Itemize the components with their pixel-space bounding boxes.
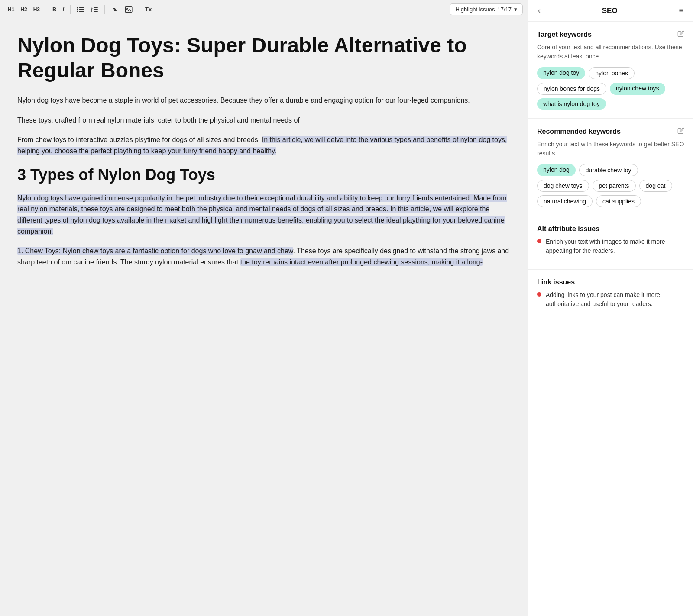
highlight-count: 17/17 — [497, 6, 512, 13]
paragraph-2: These toys, crafted from real nylon mate… — [17, 115, 511, 126]
link-button[interactable] — [108, 5, 121, 14]
paragraph-3-plain: From chew toys to interactive puzzles pl… — [17, 136, 262, 143]
link-issues-title: Link issues — [537, 278, 575, 286]
keyword-tag[interactable]: pet parents — [593, 180, 636, 192]
link-icon — [111, 6, 119, 13]
recommended-keywords-desc: Enrich your text with these keywords to … — [537, 140, 684, 158]
svg-point-2 — [77, 9, 78, 10]
unordered-list-button[interactable] — [74, 5, 87, 14]
editor-content[interactable]: Nylon Dog Toys: Super Durable Alternativ… — [0, 19, 528, 616]
paragraph-4-highlight: Nylon dog toys have gained immense popul… — [17, 194, 507, 235]
seo-panel: ‹ SEO ≡ Target keywords Core of your tex… — [528, 0, 693, 616]
bold-button[interactable]: B — [50, 4, 59, 14]
ol-icon: 1. 2. 3. — [91, 6, 98, 13]
ordered-list-button[interactable]: 1. 2. 3. — [88, 5, 101, 14]
insert-group — [108, 5, 135, 14]
keyword-tag[interactable]: durable chew toy — [579, 164, 638, 176]
alt-attribute-header: Alt attribute issues — [537, 225, 684, 233]
link-issue-list: Adding links to your post can make it mo… — [537, 290, 684, 309]
keyword-tag[interactable]: nylon bones — [589, 67, 635, 79]
issue-item: Enrich your text with images to make it … — [537, 237, 684, 255]
svg-rect-1 — [79, 7, 84, 8]
toolbar-separator-1 — [46, 5, 46, 14]
edit-icon — [677, 30, 684, 37]
image-button[interactable] — [122, 5, 135, 14]
alt-attribute-issue-list: Enrich your text with images to make it … — [537, 237, 684, 255]
keyword-tag[interactable]: cat supplies — [596, 195, 641, 207]
edit-icon-2 — [677, 127, 684, 134]
recommended-keywords-edit-button[interactable] — [677, 127, 684, 135]
svg-rect-7 — [94, 7, 98, 8]
seo-back-button[interactable]: ‹ — [535, 5, 543, 16]
target-keyword-tags: nylon dog toynylon bonesnylon bones for … — [537, 67, 684, 110]
alt-attribute-issues-section: Alt attribute issues Enrich your text wi… — [528, 216, 693, 270]
list-group: 1. 2. 3. — [74, 5, 101, 14]
highlight-chevron: ▾ — [514, 6, 517, 13]
section-heading: 3 Types of Nylon Dog Toys — [17, 165, 511, 184]
keyword-tag[interactable]: nylon bones for dogs — [537, 83, 606, 95]
target-keywords-edit-button[interactable] — [677, 30, 684, 39]
paragraph-4: Nylon dog toys have gained immense popul… — [17, 193, 511, 237]
keyword-tag[interactable]: natural chewing — [537, 195, 593, 207]
seo-panel-title: SEO — [602, 6, 618, 15]
svg-rect-11 — [94, 11, 98, 12]
link-issues-header: Link issues — [537, 278, 684, 286]
keyword-tag[interactable]: nylon dog — [537, 164, 576, 176]
target-keywords-section: Target keywords Core of your text and al… — [528, 22, 693, 119]
paragraph-1: Nylon dog toys have become a staple in w… — [17, 95, 511, 106]
svg-point-4 — [77, 10, 78, 12]
paragraph-3: From chew toys to interactive puzzles pl… — [17, 134, 511, 156]
target-keywords-title: Target keywords — [537, 31, 592, 39]
issue-dot — [537, 239, 541, 243]
issue-dot — [537, 292, 541, 297]
recommended-keyword-tags: nylon dogdurable chew toydog chew toyspe… — [537, 164, 684, 207]
svg-rect-3 — [79, 9, 84, 10]
heading-group: H1 H2 H3 — [5, 5, 42, 14]
target-keywords-desc: Core of your text and all recommendation… — [537, 43, 684, 61]
issue-text: Enrich your text with images to make it … — [546, 237, 684, 255]
toolbar-separator-2 — [70, 5, 71, 14]
recommended-keywords-section: Recommended keywords Enrich your text wi… — [528, 119, 693, 216]
svg-point-0 — [77, 7, 78, 8]
alt-attribute-title: Alt attribute issues — [537, 225, 599, 233]
recommended-keywords-header: Recommended keywords — [537, 127, 684, 135]
link-issues-section: Link issues Adding links to your post ca… — [528, 270, 693, 323]
format-group: B I — [50, 4, 67, 14]
keyword-tag[interactable]: nylon dog toy — [537, 67, 585, 79]
paragraph-5-start: 1. Chew Toys: Nylon chew toys are a fant… — [17, 247, 293, 255]
svg-rect-5 — [79, 11, 84, 12]
keyword-tag[interactable]: dog chew toys — [537, 180, 589, 192]
paragraph-5: 1. Chew Toys: Nylon chew toys are a fant… — [17, 245, 511, 268]
seo-panel-header: ‹ SEO ≡ — [528, 0, 693, 22]
image-icon — [125, 6, 133, 13]
paragraph-5-end: the toy remains intact even after prolon… — [240, 258, 483, 266]
clear-format-button[interactable]: Tx — [142, 4, 154, 14]
highlight-label: Highlight issues — [455, 6, 495, 13]
svg-text:3.: 3. — [91, 10, 93, 13]
target-keywords-header: Target keywords — [537, 30, 684, 39]
svg-rect-9 — [94, 9, 98, 10]
article-title: Nylon Dog Toys: Super Durable Alternativ… — [17, 33, 511, 83]
italic-button[interactable]: I — [60, 4, 67, 14]
recommended-keywords-title: Recommended keywords — [537, 128, 621, 135]
h2-button[interactable]: H2 — [18, 5, 29, 14]
toolbar-separator-4 — [139, 5, 139, 14]
toolbar-separator-3 — [104, 5, 105, 14]
issue-item: Adding links to your post can make it mo… — [537, 290, 684, 309]
seo-menu-button[interactable]: ≡ — [676, 5, 686, 16]
h3-button[interactable]: H3 — [31, 5, 42, 14]
highlight-issues-button[interactable]: Highlight issues 17/17 ▾ — [450, 3, 523, 15]
editor-panel: H1 H2 H3 B I 1. — [0, 0, 528, 616]
toolbar: H1 H2 H3 B I 1. — [0, 0, 528, 19]
ul-icon — [77, 6, 84, 13]
keyword-tag[interactable]: what is nylon dog toy — [537, 98, 606, 110]
h1-button[interactable]: H1 — [5, 5, 17, 14]
issue-text: Adding links to your post can make it mo… — [546, 290, 684, 309]
keyword-tag[interactable]: dog cat — [639, 180, 672, 192]
keyword-tag[interactable]: nylon chew toys — [610, 83, 665, 95]
